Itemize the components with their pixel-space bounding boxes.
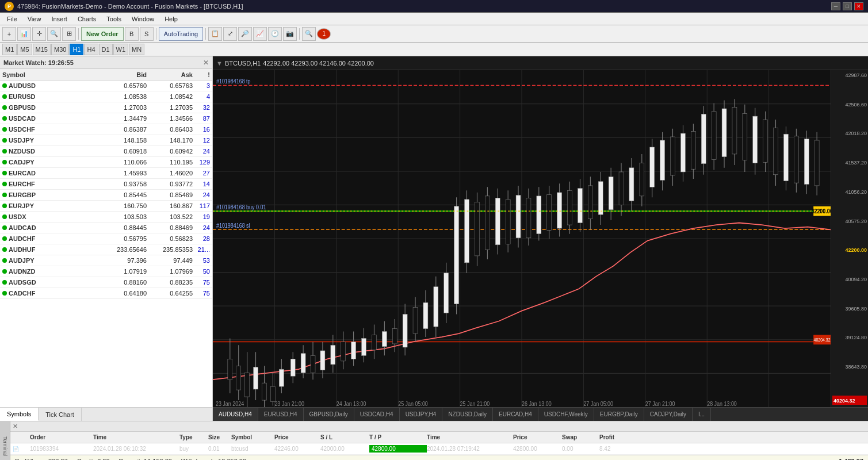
terminal-close-btn[interactable]: ✕ xyxy=(13,423,18,430)
market-watch-row[interactable]: USDCHF 0.86387 0.86403 16 xyxy=(0,124,212,135)
buy-btn[interactable]: B xyxy=(125,27,139,41)
menu-charts[interactable]: Charts xyxy=(73,14,101,24)
chart-tab-audusd[interactable]: AUDUSD,H4 xyxy=(213,408,258,421)
chart-type-btn[interactable]: 📊 xyxy=(17,27,31,41)
chart-body: #101984168 tp #101984168 buy 0.01 #10198… xyxy=(213,70,868,407)
market-watch-row[interactable]: EURUSD 1.08538 1.08542 4 xyxy=(0,91,212,102)
new-btn[interactable]: + xyxy=(2,27,16,41)
template-btn[interactable]: 📋 xyxy=(208,27,222,41)
mw-ask: 160.867 xyxy=(147,202,193,209)
zoom-in-btn[interactable]: 🔍 xyxy=(47,27,61,41)
th-size: Size xyxy=(208,434,231,440)
tf-h4[interactable]: H4 xyxy=(84,44,98,55)
market-watch-row[interactable]: NZDUSD 0.60918 0.60942 24 xyxy=(0,146,212,157)
market-watch-row[interactable]: AUDSGD 0.88160 0.88235 75 xyxy=(0,277,212,288)
title-bar: P 475984: FusionMarkets-Demo - Demo Acco… xyxy=(0,0,868,13)
svg-rect-67 xyxy=(423,302,428,328)
market-watch-row[interactable]: GBPUSD 1.27003 1.27035 32 xyxy=(0,102,212,113)
mw-symbol-name: NZDUSD xyxy=(2,148,101,155)
tf-d1[interactable]: D1 xyxy=(99,44,113,55)
market-watch-row[interactable]: USDCAD 1.34479 1.34566 87 xyxy=(0,113,212,124)
menu-file[interactable]: File xyxy=(2,14,22,24)
terminal-side-tab[interactable]: Terminal xyxy=(0,421,10,460)
svg-rect-89 xyxy=(537,196,541,234)
market-watch-row[interactable]: AUDJPY 97.396 97.449 53 xyxy=(0,255,212,266)
chart-tab-usdcad[interactable]: USDCAD,H4 xyxy=(354,408,400,421)
sep4 xyxy=(299,28,300,40)
tf-m1[interactable]: M1 xyxy=(2,44,17,55)
market-watch-row[interactable]: USDX 103.503 103.522 19 xyxy=(0,212,212,223)
tf-m15[interactable]: M15 xyxy=(33,44,51,55)
market-watch-row[interactable]: EURJPY 160.750 160.867 117 xyxy=(0,201,212,212)
sell-btn[interactable]: S xyxy=(140,27,154,41)
tab-tick-chart[interactable]: Tick Chart xyxy=(39,408,82,421)
tf-m5[interactable]: M5 xyxy=(17,44,32,55)
svg-rect-45 xyxy=(311,355,315,373)
mw-status-dot xyxy=(2,280,7,285)
chart-tab-gbpusd[interactable]: GBPUSD,Daily xyxy=(304,408,354,421)
market-watch-close[interactable]: ✕ xyxy=(203,59,209,67)
th-time: Time xyxy=(93,434,179,440)
market-watch-row[interactable]: EURCAD 1.45993 1.46020 27 xyxy=(0,168,212,179)
chart-tab-eurcad[interactable]: EURCAD,H4 xyxy=(493,408,538,421)
close-button[interactable]: ✕ xyxy=(854,2,863,10)
svg-rect-101 xyxy=(598,182,603,214)
chart-tab-usdjpy[interactable]: USDJPY,H4 xyxy=(400,408,443,421)
market-watch-row[interactable]: AUDCAD 0.88445 0.88469 24 xyxy=(0,223,212,233)
tf-w1[interactable]: W1 xyxy=(113,44,129,55)
price-label-2: 42018.20 xyxy=(832,131,867,136)
market-watch-row[interactable]: AUDCHF 0.56795 0.56823 28 xyxy=(0,233,212,244)
menu-insert[interactable]: Insert xyxy=(47,14,72,24)
chart-canvas-wrapper[interactable]: #101984168 tp #101984168 buy 0.01 #10198… xyxy=(213,70,831,407)
svg-rect-91 xyxy=(547,194,552,230)
market-watch-row[interactable]: CADCHF 0.64180 0.64255 75 xyxy=(0,288,212,299)
mw-bid: 103.503 xyxy=(101,213,147,220)
mw-ask: 0.56823 xyxy=(147,235,193,242)
chart-tab-eurgbp[interactable]: EURGBP,Daily xyxy=(594,408,644,421)
tf-m30[interactable]: M30 xyxy=(51,44,69,55)
market-watch-row[interactable]: AUDNZD 1.07919 1.07969 50 xyxy=(0,266,212,277)
zoom-out-btn[interactable]: 🔎 xyxy=(238,27,252,41)
chart-tab-eurusd[interactable]: EURUSD,H4 xyxy=(258,408,304,421)
svg-rect-137 xyxy=(783,134,788,181)
market-watch-row[interactable]: USDJPY 148.158 148.170 12 xyxy=(0,135,212,146)
chart-tab-more[interactable]: I... xyxy=(693,408,711,421)
tf-mn[interactable]: MN xyxy=(129,44,144,55)
tf-h1[interactable]: H1 xyxy=(70,44,83,55)
market-watch-row[interactable]: AUDHUF 233.65646 235.85353 21... xyxy=(0,244,212,255)
period-sep-btn[interactable]: ⊞ xyxy=(62,27,76,41)
market-watch-row[interactable]: CADJPY 110.066 110.195 129 xyxy=(0,157,212,168)
maximize-button[interactable]: □ xyxy=(843,2,852,10)
svg-rect-129 xyxy=(743,113,747,160)
mw-bid: 0.60918 xyxy=(101,148,147,155)
alert-btn[interactable]: 1 xyxy=(317,28,331,40)
mw-spread: 117 xyxy=(193,202,210,209)
new-order-button[interactable]: New Order xyxy=(81,27,124,41)
mw-bid: 148.158 xyxy=(101,137,147,144)
indicators-btn[interactable]: 📈 xyxy=(253,27,267,41)
terminal-summary: Profit/Loss: 333.97 Credit: 0.00 Deposit… xyxy=(10,455,868,460)
svg-rect-77 xyxy=(475,202,479,256)
tab-symbols[interactable]: Symbols xyxy=(0,408,39,421)
menu-help[interactable]: Help xyxy=(160,14,182,24)
menu-window[interactable]: Window xyxy=(127,14,159,24)
menu-view[interactable]: View xyxy=(23,14,46,24)
zoom-fit-btn[interactable]: ⤢ xyxy=(223,27,237,41)
clock-btn[interactable]: 🕐 xyxy=(268,27,282,41)
screenshot-btn[interactable]: 📷 xyxy=(283,27,297,41)
chart-tab-usdchf[interactable]: USDCHF,Weekly xyxy=(538,408,594,421)
minimize-button[interactable]: ─ xyxy=(831,2,840,10)
svg-rect-63 xyxy=(403,315,407,347)
menu-tools[interactable]: Tools xyxy=(102,14,126,24)
svg-rect-33 xyxy=(254,367,258,389)
market-watch-row[interactable]: EURCHF 0.93758 0.93772 14 xyxy=(0,179,212,190)
market-watch-row[interactable]: EURGBP 0.85445 0.85469 24 xyxy=(0,190,212,201)
search-btn[interactable]: 🔍 xyxy=(302,27,316,41)
crosshair-btn[interactable]: ✛ xyxy=(32,27,46,41)
chart-tab-cadjpy[interactable]: CADJPY,Daily xyxy=(644,408,693,421)
chart-tab-nzdusd[interactable]: NZDUSD,Daily xyxy=(442,408,493,421)
autotrading-button[interactable]: AutoTrading xyxy=(159,27,204,41)
row-type: buy xyxy=(179,446,208,452)
svg-rect-41 xyxy=(290,359,295,376)
market-watch-row[interactable]: AUDUSD 0.65760 0.65763 3 xyxy=(0,80,212,91)
